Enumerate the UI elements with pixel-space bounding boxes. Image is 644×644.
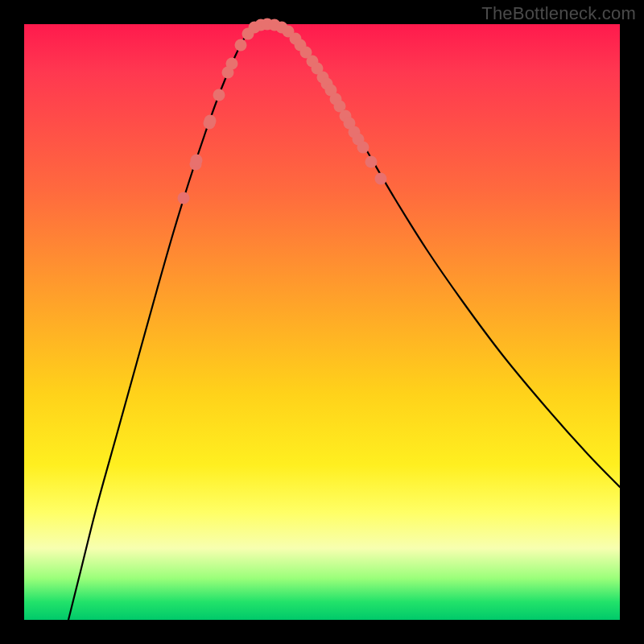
plot-area (24, 24, 620, 620)
data-marker (191, 155, 203, 167)
data-marker (375, 173, 387, 185)
data-markers (178, 19, 387, 204)
curve-svg (24, 24, 620, 620)
data-marker (178, 192, 190, 204)
data-marker (235, 39, 247, 52)
data-marker (357, 142, 369, 154)
data-marker (213, 89, 225, 101)
watermark-text: TheBottleneck.com (481, 3, 636, 24)
data-marker (226, 58, 238, 70)
data-marker (204, 115, 217, 127)
data-marker (365, 156, 378, 168)
chart-frame: TheBottleneck.com (0, 0, 644, 644)
